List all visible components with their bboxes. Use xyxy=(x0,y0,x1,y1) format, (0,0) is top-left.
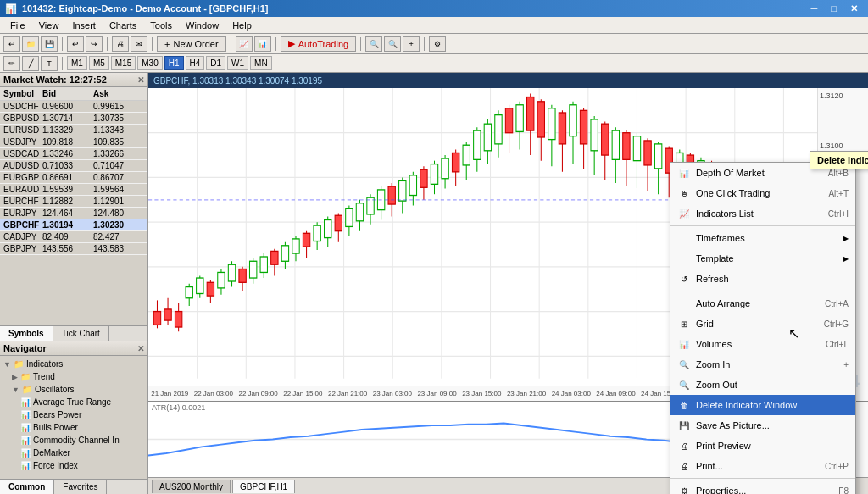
btn-save[interactable]: 💾 xyxy=(41,36,58,52)
ctx-timeframes[interactable]: Timeframes xyxy=(670,228,855,248)
market-watch-close[interactable]: ✕ xyxy=(137,75,144,85)
tab-tick-chart[interactable]: Tick Chart xyxy=(53,326,109,341)
btn-line[interactable]: ╱ xyxy=(22,56,39,71)
btn-undo[interactable]: ↩ xyxy=(67,36,84,52)
btn-email[interactable]: ✉ xyxy=(131,36,147,52)
btn-zoom-out[interactable]: 🔍 xyxy=(384,36,401,52)
menu-window[interactable]: Window xyxy=(179,19,225,32)
ctx-zoom-out[interactable]: 🔍 Zoom Out - xyxy=(670,375,855,395)
tf-m30[interactable]: M30 xyxy=(137,56,162,70)
ctx-indicators-list[interactable]: 📈 Indicators List Ctrl+I xyxy=(670,203,855,224)
btn-chart1[interactable]: 📈 xyxy=(236,36,253,52)
ctx-grid[interactable]: ⊞ Grid Ctrl+G xyxy=(670,314,855,334)
ctx-print[interactable]: 🖨 Print... Ctrl+P xyxy=(670,456,855,476)
nav-demarker[interactable]: 📊 DeMarker xyxy=(0,447,147,459)
ctx-properties[interactable]: ⚙ Properties... F8 xyxy=(670,480,855,494)
market-watch-panel: Market Watch: 12:27:52 ✕ Symbol Bid Ask … xyxy=(0,73,147,341)
btn-crosshair[interactable]: + xyxy=(403,36,420,52)
row-gbpchf[interactable]: GBPCHF1.301941.30230 xyxy=(0,219,147,231)
ctx-refresh[interactable]: ↺ Refresh xyxy=(670,269,855,289)
row-usdcad[interactable]: USDCAD1.332461.33266 xyxy=(0,148,147,160)
ind-icon: 📈 xyxy=(677,207,691,220)
time-label: 24 Jan 03:00 xyxy=(552,390,591,397)
btn-draw[interactable]: ✏ xyxy=(3,56,20,71)
ctx-auto-arrange[interactable]: Auto Arrange Ctrl+A xyxy=(670,293,855,314)
tf-w1[interactable]: W1 xyxy=(227,56,248,70)
svg-rect-47 xyxy=(292,239,299,253)
nav-label: Indicators xyxy=(26,359,63,369)
ctx-one-click-trading[interactable]: 🖱 One Click Trading Alt+T xyxy=(670,183,855,203)
nav-bulls[interactable]: 📊 Bulls Power xyxy=(0,421,147,434)
sep5 xyxy=(275,37,276,51)
ctx-template[interactable]: Template xyxy=(670,248,855,269)
tf-h1[interactable]: H1 xyxy=(164,56,184,70)
menu-view[interactable]: View xyxy=(32,19,66,32)
row-gbpjpy[interactable]: GBPJPY143.556143.583 xyxy=(0,243,147,255)
nav-bulls-label: Bulls Power xyxy=(33,423,78,432)
row-audusd[interactable]: AUDUSD0.710330.71047 xyxy=(0,160,147,172)
btn-redo[interactable]: ↪ xyxy=(86,36,103,52)
tab-symbols[interactable]: Symbols xyxy=(0,326,53,341)
nav-force[interactable]: 📊 Force Index xyxy=(0,459,147,472)
nav-trend-label: Trend xyxy=(33,372,55,381)
menu-tools[interactable]: Tools xyxy=(143,19,179,32)
svg-rect-45 xyxy=(281,246,288,261)
nav-bears[interactable]: 📊 Bears Power xyxy=(0,408,147,421)
menu-help[interactable]: Help xyxy=(225,19,259,32)
row-usdjpy[interactable]: USDJPY109.818109.835 xyxy=(0,136,147,148)
tf-m1[interactable]: M1 xyxy=(67,56,87,70)
tab-aus200[interactable]: AUS200,Monthly xyxy=(152,480,231,493)
ctx-volumes[interactable]: 📊 Volumes Ctrl+L xyxy=(670,334,855,354)
tab-common[interactable]: Common xyxy=(0,480,54,494)
row-usdchf[interactable]: USDCHF0.966000.99615 xyxy=(0,101,147,113)
ctx-zoom-in[interactable]: 🔍 Zoom In + xyxy=(670,354,855,375)
navigator-close[interactable]: ✕ xyxy=(137,344,144,353)
svg-rect-71 xyxy=(420,169,427,187)
btn-zoom-in[interactable]: 🔍 xyxy=(365,36,382,52)
nav-atr[interactable]: 📊 Average True Range xyxy=(0,396,147,408)
tf-h4[interactable]: H4 xyxy=(186,56,205,70)
maximize-btn[interactable]: □ xyxy=(826,3,842,14)
close-btn[interactable]: ✕ xyxy=(845,3,863,14)
left-panel: Market Watch: 12:27:52 ✕ Symbol Bid Ask … xyxy=(0,73,148,494)
minimize-btn[interactable]: ─ xyxy=(806,3,823,14)
tf-mn[interactable]: MN xyxy=(250,56,272,70)
btn-open[interactable]: 📁 xyxy=(22,36,39,52)
btn-chart2[interactable]: 📊 xyxy=(254,36,271,52)
ctx-print-preview[interactable]: 🖨 Print Preview xyxy=(670,436,855,456)
market-watch-title: Market Watch: 12:27:52 xyxy=(3,75,107,85)
btn-text[interactable]: T xyxy=(41,56,58,71)
nav-oscillators[interactable]: ▼ 📁 Oscillators xyxy=(0,383,147,396)
btn-new[interactable]: ↩ xyxy=(3,36,20,52)
expand-icon3: ▼ xyxy=(12,386,19,394)
nav-bears-label: Bears Power xyxy=(33,410,81,419)
new-order-btn[interactable]: + New Order xyxy=(157,36,226,52)
row-gbpusd[interactable]: GBPUSD1.307141.30735 xyxy=(0,113,147,125)
auto-trading-btn[interactable]: ▶ AutoTrading xyxy=(281,36,357,52)
btn-settings[interactable]: ⚙ xyxy=(429,36,446,52)
nav-indicators[interactable]: ▼ 📁 Indicators xyxy=(0,358,147,370)
sep2 xyxy=(107,37,108,51)
row-euraud[interactable]: EURAUD1.595391.59564 xyxy=(0,184,147,196)
row-eurgbp[interactable]: EURGBP0.866910.86707 xyxy=(0,172,147,184)
time-label: 22 Jan 15:00 xyxy=(283,390,322,397)
tab-gbpchf[interactable]: GBPCHF,H1 xyxy=(232,480,295,493)
menu-insert[interactable]: Insert xyxy=(65,19,103,32)
tf-m5[interactable]: M5 xyxy=(89,56,109,70)
tf-d1[interactable]: D1 xyxy=(206,56,225,70)
menu-charts[interactable]: Charts xyxy=(103,19,143,32)
tf-m15[interactable]: M15 xyxy=(111,56,136,70)
ctx-delete-indicator-window[interactable]: 🗑 Delete Indicator Window xyxy=(670,395,855,415)
nav-trend[interactable]: ▶ 📁 Trend xyxy=(0,370,147,383)
ctx-save-as-picture[interactable]: 💾 Save As Picture... xyxy=(670,415,855,436)
row-eurchf[interactable]: EURCHF1.128821.12901 xyxy=(0,196,147,208)
row-cadjpy[interactable]: CADJPY82.40982.427 xyxy=(0,231,147,243)
menu-file[interactable]: File xyxy=(3,19,32,32)
sep8 xyxy=(62,57,63,70)
tab-favorites[interactable]: Favorites xyxy=(54,480,107,494)
row-eurjpy[interactable]: EURJPY124.464124.480 xyxy=(0,208,147,219)
col-bid: Bid xyxy=(42,89,93,98)
row-eurusd[interactable]: EURUSD1.133291.13343 xyxy=(0,125,147,136)
nav-cci[interactable]: 📊 Commodity Channel In xyxy=(0,434,147,447)
btn-print[interactable]: 🖨 xyxy=(112,36,129,52)
